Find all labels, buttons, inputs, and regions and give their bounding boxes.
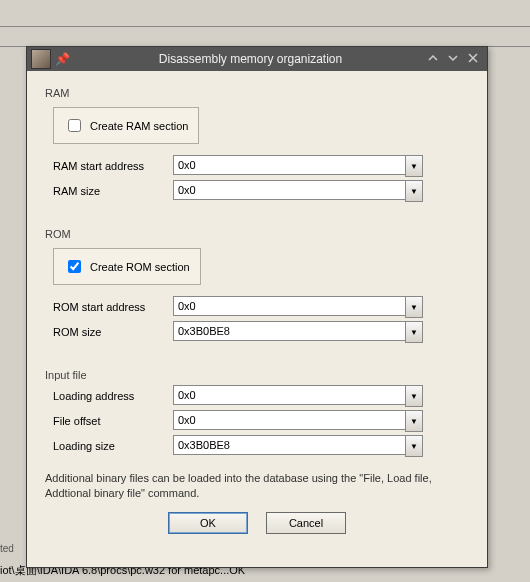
titlebar[interactable]: 📌 Disassembly memory organization (27, 47, 487, 71)
rom-start-dropdown-icon[interactable]: ▼ (405, 296, 423, 318)
dialog-window: 📌 Disassembly memory organization RAM Cr… (26, 46, 488, 568)
loading-size-input[interactable] (173, 435, 405, 455)
loading-address-dropdown-icon[interactable]: ▼ (405, 385, 423, 407)
loading-size-dropdown-icon[interactable]: ▼ (405, 435, 423, 457)
rom-create-box: Create ROM section (53, 248, 201, 285)
rom-size-input[interactable] (173, 321, 405, 341)
ok-button[interactable]: OK (168, 512, 248, 534)
maximize-icon[interactable] (443, 52, 463, 67)
create-rom-check-input[interactable] (68, 260, 81, 273)
ram-section-label: RAM (45, 87, 469, 99)
rom-start-input[interactable] (173, 296, 405, 316)
rom-section-label: ROM (45, 228, 469, 240)
ram-create-box: Create RAM section (53, 107, 199, 144)
dialog-title: Disassembly memory organization (78, 52, 423, 66)
bg-truncated-text: ted (0, 543, 14, 554)
rom-size-dropdown-icon[interactable]: ▼ (405, 321, 423, 343)
loading-address-label: Loading address (53, 390, 173, 402)
create-ram-checkbox[interactable]: Create RAM section (64, 116, 188, 135)
create-ram-check-label: Create RAM section (90, 120, 188, 132)
create-rom-check-label: Create ROM section (90, 261, 190, 273)
ram-size-input[interactable] (173, 180, 405, 200)
loading-address-input[interactable] (173, 385, 405, 405)
rom-size-label: ROM size (53, 326, 173, 338)
input-file-section-label: Input file (45, 369, 469, 381)
pin-icon[interactable]: 📌 (55, 52, 70, 66)
file-offset-input[interactable] (173, 410, 405, 430)
ram-start-dropdown-icon[interactable]: ▼ (405, 155, 423, 177)
ram-size-dropdown-icon[interactable]: ▼ (405, 180, 423, 202)
ram-start-label: RAM start address (53, 160, 173, 172)
close-icon[interactable] (463, 52, 483, 67)
rom-start-label: ROM start address (53, 301, 173, 313)
info-text: Additional binary files can be loaded in… (45, 471, 469, 502)
file-offset-dropdown-icon[interactable]: ▼ (405, 410, 423, 432)
ram-start-input[interactable] (173, 155, 405, 175)
app-icon (31, 49, 51, 69)
create-ram-check-input[interactable] (68, 119, 81, 132)
cancel-button[interactable]: Cancel (266, 512, 346, 534)
minimize-icon[interactable] (423, 52, 443, 67)
ram-size-label: RAM size (53, 185, 173, 197)
loading-size-label: Loading size (53, 440, 173, 452)
create-rom-checkbox[interactable]: Create ROM section (64, 257, 190, 276)
file-offset-label: File offset (53, 415, 173, 427)
